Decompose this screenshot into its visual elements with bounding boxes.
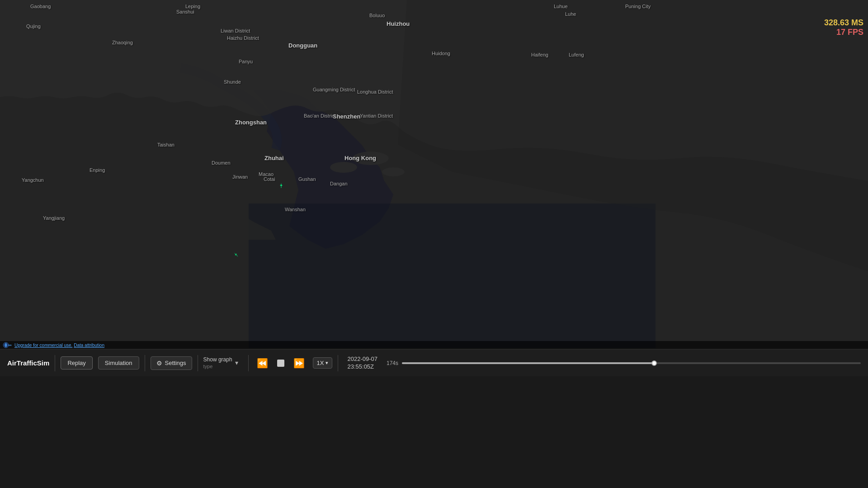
graph-type-line1: Show graph <box>203 356 232 364</box>
stop-button[interactable] <box>274 359 287 368</box>
speed-selector[interactable]: 1X ▾ <box>313 357 333 369</box>
aircraft-marker[interactable] <box>278 182 284 187</box>
separator <box>55 355 55 371</box>
playback-controls: ⏪ ⏩ <box>254 357 307 370</box>
graph-type-area: Show graph type ▾ <box>203 356 241 370</box>
stop-icon <box>277 360 284 367</box>
graph-type-label: Show graph type <box>203 356 232 370</box>
svg-point-3 <box>382 167 405 176</box>
graph-dropdown-button[interactable]: ▾ <box>232 357 241 368</box>
map-container: Gaobang Leping Luhue Puning City Qujing … <box>0 0 868 348</box>
svg-rect-0 <box>249 204 656 348</box>
app-title: AirTrafficSim <box>7 359 49 367</box>
cesium-bar: ion Upgrade for commercial use. Data att… <box>0 341 868 349</box>
separator <box>248 355 249 371</box>
rewind-button[interactable]: ⏪ <box>254 357 271 370</box>
time-display: 2022-09-07 23:55:05Z <box>347 355 377 371</box>
settings-button[interactable]: ⚙ Settings <box>151 356 192 370</box>
time-date: 2022-09-07 <box>347 355 377 363</box>
cesium-logo-icon: ion <box>3 342 12 348</box>
svg-point-1 <box>353 152 389 165</box>
settings-label: Settings <box>165 360 186 366</box>
performance-overlay: 328.63 MS 17 FPS <box>824 18 863 37</box>
control-bar: AirTrafficSim Replay Simulation ⚙ Settin… <box>0 349 868 376</box>
timeline-container: 174s <box>387 360 861 366</box>
graph-type-line2: type <box>203 363 213 370</box>
chevron-down-icon: ▾ <box>235 359 238 366</box>
svg-text:ion: ion <box>8 344 12 346</box>
rewind-icon: ⏪ <box>257 358 268 368</box>
speed-dropdown-icon: ▾ <box>326 360 328 366</box>
fast-forward-icon: ⏩ <box>293 358 305 368</box>
gear-icon: ⚙ <box>156 360 162 367</box>
aircraft-marker[interactable] <box>233 251 239 256</box>
timeline-track[interactable] <box>402 362 861 364</box>
timeline-thumb[interactable] <box>651 360 657 366</box>
simulation-button[interactable]: Simulation <box>98 356 139 370</box>
timeline-duration: 174s <box>387 360 398 366</box>
svg-point-2 <box>330 162 357 173</box>
upgrade-link[interactable]: Upgrade for commercial use. <box>14 343 72 348</box>
separator <box>145 355 145 371</box>
separator <box>198 355 198 371</box>
attribution-link[interactable]: Data attribution <box>74 343 104 348</box>
replay-button[interactable]: Replay <box>61 356 92 370</box>
time-clock: 23:55:05Z <box>347 363 374 371</box>
timeline-fill <box>402 362 654 364</box>
cesium-links[interactable]: Upgrade for commercial use. Data attribu… <box>14 343 104 348</box>
cesium-logo: ion <box>3 342 12 348</box>
speed-value: 1X <box>317 360 324 366</box>
fast-forward-button[interactable]: ⏩ <box>291 357 307 370</box>
separator <box>338 355 338 371</box>
